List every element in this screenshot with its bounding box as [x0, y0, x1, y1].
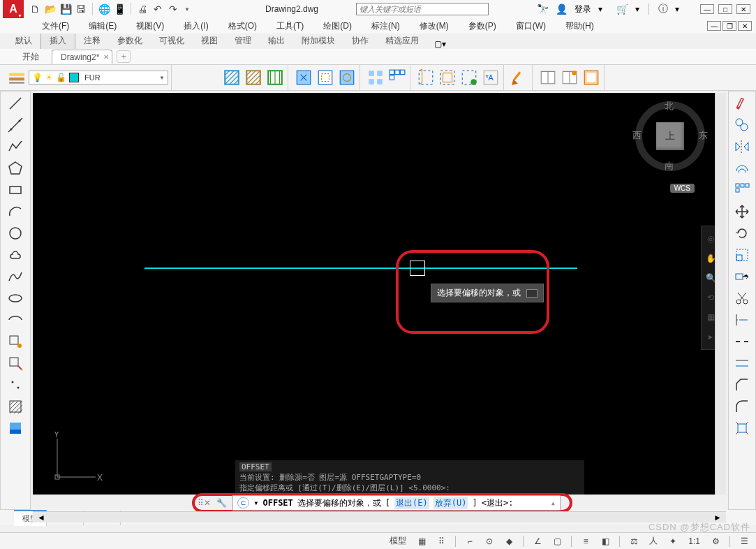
viewcube-south[interactable]: 南: [665, 160, 674, 173]
move-tool[interactable]: [731, 201, 753, 222]
frame2-button[interactable]: [438, 68, 457, 87]
cart-dropdown[interactable]: ▾: [635, 4, 639, 14]
menu-insert[interactable]: 插入(I): [174, 18, 218, 34]
insert-block-tool[interactable]: [4, 331, 27, 352]
line-tool[interactable]: [4, 93, 27, 114]
hatch3-button[interactable]: [265, 68, 285, 87]
help-icon[interactable]: ⓘ: [658, 3, 668, 15]
qat-web-icon[interactable]: 🌐: [98, 3, 110, 15]
sb-annoauto-icon[interactable]: ✦: [665, 534, 681, 548]
chamfer-tool[interactable]: [731, 374, 753, 395]
hatch-tool[interactable]: [4, 396, 27, 417]
break-tool[interactable]: [731, 331, 753, 352]
close-button[interactable]: ✕: [736, 4, 750, 14]
menu-dim[interactable]: 标注(N): [362, 18, 410, 34]
user-icon[interactable]: 👤: [556, 3, 568, 15]
layer-properties-button[interactable]: [7, 68, 27, 87]
gradient-tool[interactable]: [4, 418, 27, 439]
tab-view[interactable]: 视图: [193, 33, 226, 49]
tab-addins[interactable]: 附加模块: [293, 33, 343, 49]
menu-edit[interactable]: 编辑(E): [79, 18, 126, 34]
book1-button[interactable]: [538, 68, 558, 87]
rotate-tool[interactable]: [731, 223, 753, 244]
tab-visualize[interactable]: 可视化: [151, 33, 193, 49]
hatch2-button[interactable]: [244, 68, 263, 87]
rectangle-tool[interactable]: [4, 180, 27, 200]
viewcube-east[interactable]: 东: [699, 129, 708, 142]
cmd-option-undo[interactable]: 放弃(U): [433, 497, 468, 509]
construction-line-tool[interactable]: [4, 115, 27, 136]
cmd-close-icon[interactable]: ⠿✕: [198, 498, 211, 508]
binoculars-icon[interactable]: 🔭: [537, 3, 549, 15]
copy-tool[interactable]: [731, 115, 753, 136]
doc-restore-button[interactable]: ❐: [722, 21, 736, 31]
spline-tool[interactable]: [4, 266, 27, 287]
wcs-label[interactable]: WCS: [670, 184, 695, 193]
tab-manage[interactable]: 管理: [226, 33, 260, 49]
sb-isodraft-icon[interactable]: ◆: [501, 534, 517, 548]
menu-modify[interactable]: 修改(M): [410, 18, 459, 34]
qat-open-icon[interactable]: 📂: [45, 3, 56, 15]
sb-annovis-icon[interactable]: 人: [646, 534, 661, 548]
book3-button[interactable]: [581, 68, 601, 87]
sb-transparency-icon[interactable]: ◧: [598, 534, 613, 548]
frame3-button[interactable]: [459, 68, 479, 87]
login-dropdown[interactable]: ▾: [598, 4, 602, 14]
qat-dropdown-icon[interactable]: ▼: [184, 6, 190, 13]
qat-new-icon[interactable]: 🗋: [29, 3, 40, 15]
minimize-button[interactable]: —: [700, 4, 714, 14]
stretch-tool[interactable]: [731, 266, 753, 287]
cart-icon[interactable]: 🛒: [616, 3, 628, 15]
sb-scale-label[interactable]: 1:1: [685, 534, 704, 548]
tooltip-option-icon[interactable]: [526, 289, 538, 298]
tab-output[interactable]: 输出: [260, 33, 293, 49]
doc-close-button[interactable]: ✕: [738, 21, 752, 31]
menu-help[interactable]: 帮助(H): [556, 18, 604, 34]
frame4-button[interactable]: *A: [481, 68, 501, 87]
login-link[interactable]: 登录: [575, 3, 591, 15]
drawing-canvas[interactable]: 北 南 东 西 上 WCS ◎ ✋ 🔍 ⟲ ▦ ▸ 选择要偏移的对象，或: [33, 93, 726, 495]
tab-insert[interactable]: 插入: [40, 32, 75, 49]
polygon-tool[interactable]: [4, 158, 27, 179]
polyline-tool[interactable]: [4, 136, 27, 157]
search-input[interactable]: [356, 3, 489, 15]
point-tool[interactable]: [4, 374, 27, 395]
mirror-tool[interactable]: [731, 136, 753, 157]
extend-tool[interactable]: [731, 309, 753, 330]
cmd-expand-icon[interactable]: ▴: [551, 498, 556, 508]
cmd-wrench-icon[interactable]: 🔧: [216, 498, 227, 508]
doc-minimize-button[interactable]: —: [707, 21, 721, 31]
menu-window[interactable]: 窗口(W): [506, 18, 556, 34]
broom-button[interactable]: [510, 68, 529, 87]
menu-format[interactable]: 格式(O): [218, 18, 267, 34]
scroll-left-icon[interactable]: ◄: [33, 513, 50, 522]
erase-tool[interactable]: [731, 93, 753, 114]
cmd-option-exit[interactable]: 退出(E): [394, 497, 429, 509]
command-line[interactable]: ⊂ ▾ OFFSET 选择要偏移的对象，或 [ 退出(E) 放弃(U) ] <退…: [232, 495, 561, 511]
sb-gear-icon[interactable]: ⚙: [708, 534, 723, 548]
sb-polar-icon[interactable]: ⊙: [482, 534, 497, 548]
sb-osnap-icon[interactable]: ∠: [530, 534, 545, 548]
cmd-dropdown-icon[interactable]: ▾: [253, 498, 258, 508]
tab-collab[interactable]: 协作: [343, 33, 377, 49]
book2-button[interactable]: [560, 68, 579, 87]
tab-annotate[interactable]: 注释: [75, 33, 109, 49]
tab-default[interactable]: 默认: [7, 33, 40, 49]
menu-param[interactable]: 参数(P): [459, 18, 506, 34]
sb-model-label[interactable]: 模型: [386, 534, 410, 548]
sb-lineweight-icon[interactable]: ≡: [578, 534, 593, 548]
scale-tool[interactable]: [731, 244, 753, 265]
qat-redo-icon[interactable]: ↷: [168, 3, 179, 15]
close-icon[interactable]: ✕: [103, 53, 109, 61]
arc-tool[interactable]: [4, 201, 27, 222]
ribbon-more-icon[interactable]: ▢▾: [434, 39, 446, 49]
sb-otrack-icon[interactable]: ▢: [549, 534, 565, 548]
layer-dropdown[interactable]: 💡 ☀ 🔓 FUR ▼: [29, 71, 168, 85]
qat-undo-icon[interactable]: ↶: [152, 3, 163, 15]
sb-grid-icon[interactable]: ▦: [414, 534, 429, 548]
fillet-tool[interactable]: [731, 396, 753, 417]
qat-saveas-icon[interactable]: 🖫: [75, 3, 87, 15]
grid-button[interactable]: [387, 68, 407, 87]
join-tool[interactable]: [731, 353, 753, 374]
viewcube-top-face[interactable]: 上: [656, 122, 684, 150]
